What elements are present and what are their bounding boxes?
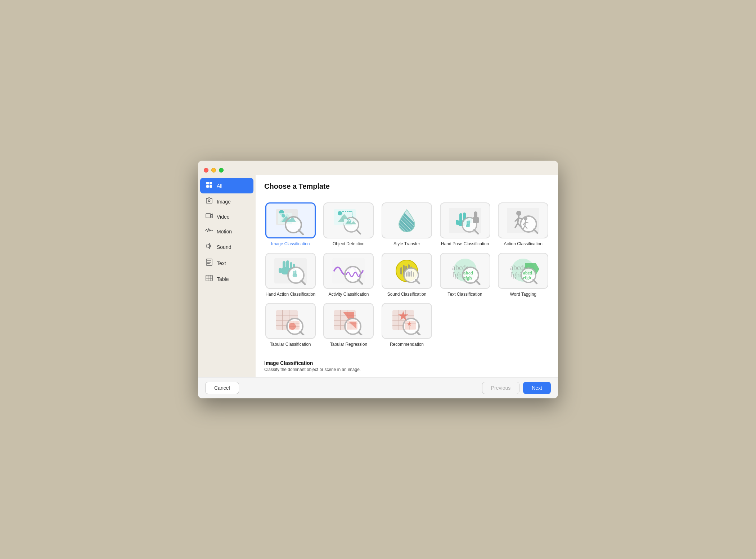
maximize-button[interactable]	[219, 168, 224, 173]
svg-rect-49	[467, 221, 468, 225]
template-activity-classification[interactable]: Activity Classification	[323, 253, 375, 298]
template-object-detection[interactable]: Object Detection	[323, 202, 375, 247]
template-style-transfer[interactable]: Style Transfer	[381, 202, 433, 247]
sidebar-all-label: All	[217, 183, 222, 189]
template-icon-box-image-classification	[265, 202, 316, 238]
template-label-tabular-class: Tabular Classification	[270, 342, 311, 348]
sidebar-table-label: Table	[217, 276, 229, 282]
main-area: All Image Video	[198, 175, 558, 377]
svg-point-27	[338, 211, 342, 215]
sound-icon	[205, 242, 213, 251]
svg-point-4	[208, 200, 210, 202]
template-word-tagging[interactable]: abcde fghij abcd efgh Word	[497, 253, 549, 298]
svg-rect-71	[283, 261, 285, 269]
svg-marker-6	[206, 243, 210, 249]
template-tabular-classification[interactable]: Tabular Classification	[264, 303, 317, 348]
template-icon-box-word-tagging: abcde fghij abcd efgh	[498, 253, 548, 289]
template-icon-box-action-classification	[498, 202, 548, 238]
template-icon-box-tabular-class	[265, 303, 316, 339]
sidebar-sound-label: Sound	[217, 244, 231, 250]
template-action-classification[interactable]: Action Classification	[497, 202, 549, 247]
next-button[interactable]: Next	[523, 382, 551, 394]
template-icon-box-hand-action	[265, 253, 316, 289]
sidebar: All Image Video	[198, 175, 256, 377]
template-label-text-class: Text Classification	[448, 292, 482, 298]
text-icon	[205, 259, 213, 268]
video-icon	[205, 213, 213, 220]
footer-description: Classify the dominant object or scene in…	[264, 367, 549, 372]
template-icon-box-object-detection	[323, 202, 374, 238]
page-header: Choose a Template	[256, 175, 558, 195]
template-recommendation[interactable]: Recommendation	[381, 303, 433, 348]
svg-line-152	[417, 332, 420, 335]
grid-icon	[205, 181, 213, 190]
page-title: Choose a Template	[264, 182, 549, 191]
svg-rect-42	[459, 213, 462, 222]
template-label-word-tagging: Word Tagging	[510, 292, 536, 298]
previous-button[interactable]: Previous	[482, 382, 519, 394]
template-label-style-transfer: Style Transfer	[393, 241, 420, 247]
sidebar-item-all[interactable]: All	[200, 178, 253, 193]
svg-rect-92	[406, 272, 407, 277]
svg-rect-96	[413, 272, 414, 277]
svg-line-112	[533, 280, 537, 283]
svg-rect-95	[411, 271, 412, 277]
svg-rect-93	[408, 271, 409, 277]
template-label-sound: Sound Classification	[387, 292, 427, 298]
footer-info: Image Classification Classify the domina…	[256, 355, 558, 377]
close-button[interactable]	[204, 168, 208, 173]
sidebar-motion-label: Motion	[217, 229, 232, 234]
bottom-right-buttons: Previous Next	[482, 382, 551, 394]
template-icon-box-activity	[323, 253, 374, 289]
svg-rect-50	[468, 220, 470, 225]
svg-rect-86	[400, 267, 402, 274]
svg-rect-94	[409, 272, 410, 277]
minimize-button[interactable]	[211, 168, 216, 173]
sidebar-video-label: Video	[217, 214, 230, 220]
svg-rect-79	[295, 270, 296, 274]
template-label-image-classification: Image Classification	[271, 241, 310, 247]
template-label-recommendation: Recommendation	[390, 342, 424, 348]
sidebar-item-image[interactable]: Image	[200, 194, 253, 209]
bottom-bar: Cancel Previous Next	[198, 377, 558, 398]
footer-title: Image Classification	[264, 360, 549, 366]
titlebar	[198, 161, 558, 175]
motion-icon	[205, 228, 213, 235]
svg-point-55	[516, 211, 521, 216]
template-label-hand-action: Hand Action Classification	[265, 292, 315, 298]
sidebar-item-video[interactable]: Video	[200, 210, 253, 224]
cancel-button[interactable]: Cancel	[205, 382, 239, 394]
template-hand-action-classification[interactable]: Hand Action Classification	[264, 253, 317, 298]
template-sound-classification[interactable]: Sound Classification	[381, 253, 433, 298]
main-window: All Image Video	[198, 161, 558, 398]
content-area: Choose a Template	[256, 175, 558, 377]
svg-rect-77	[293, 273, 297, 277]
sidebar-item-motion[interactable]: Motion	[200, 224, 253, 238]
svg-rect-72	[286, 260, 289, 269]
svg-rect-0	[206, 182, 209, 184]
template-tabular-regression[interactable]: Tabular Regression	[323, 303, 375, 348]
sidebar-item-table[interactable]: Table	[200, 272, 253, 286]
svg-line-33	[356, 230, 360, 234]
svg-rect-5	[206, 214, 211, 218]
sidebar-item-sound[interactable]: Sound	[200, 239, 253, 255]
svg-line-104	[476, 281, 480, 284]
template-icon-box-style-transfer	[382, 202, 432, 238]
sidebar-item-text[interactable]: Text	[200, 255, 253, 271]
svg-rect-2	[206, 185, 209, 188]
templates-grid: Image Classification	[264, 202, 549, 348]
svg-rect-75	[279, 268, 282, 273]
template-icon-box-sound	[382, 253, 432, 289]
template-label-object-detection: Object Detection	[333, 241, 365, 247]
template-hand-pose-classification[interactable]: Hand Pose Classification	[439, 202, 491, 247]
camera-icon	[205, 197, 213, 206]
svg-text:abcd: abcd	[463, 270, 473, 276]
svg-point-125	[289, 323, 296, 330]
templates-scroll[interactable]: Image Classification	[256, 195, 558, 355]
template-text-classification[interactable]: abcde fghij abcd efgh Text Classificatio…	[439, 253, 491, 298]
template-label-activity: Activity Classification	[328, 292, 369, 298]
template-image-classification[interactable]: Image Classification	[264, 202, 317, 247]
svg-point-22	[282, 214, 285, 218]
svg-line-97	[416, 280, 419, 283]
template-icon-box-recommendation	[382, 303, 432, 339]
